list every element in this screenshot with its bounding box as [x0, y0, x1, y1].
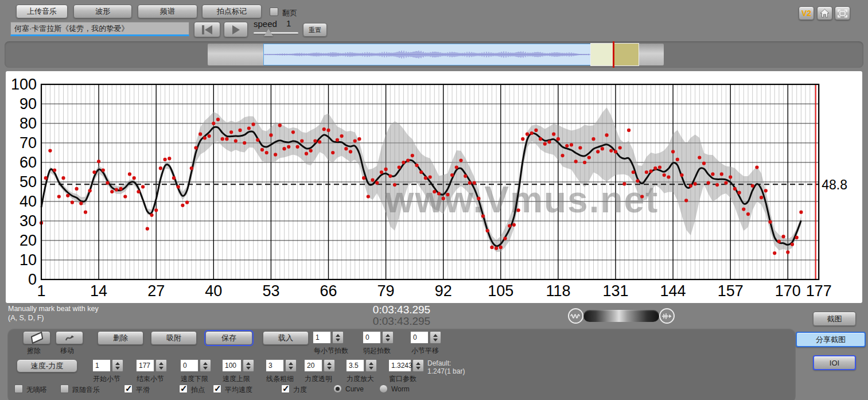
stepper-up-icon[interactable] [289, 362, 293, 365]
tempo-min-stepper[interactable] [200, 359, 211, 372]
line-width-stepper[interactable] [285, 359, 297, 372]
save-button[interactable]: 保存 [205, 331, 252, 345]
beats-per-bar-label: 每小节拍数 [314, 346, 348, 356]
beat-mark-button[interactable]: 拍点标记 [202, 5, 262, 18]
tempo-max-stepper[interactable] [243, 359, 254, 372]
tempo-max-value[interactable]: 100 [222, 359, 242, 372]
speed-slider-thumb[interactable] [264, 29, 273, 36]
worm-radio[interactable] [379, 385, 388, 393]
start-bar-stepper[interactable] [112, 359, 123, 372]
upload-music-button[interactable]: 上传音乐 [16, 5, 68, 18]
load-button[interactable]: 载入 [263, 331, 309, 345]
stepper-up-icon[interactable] [369, 362, 373, 365]
beats-per-bar-value[interactable]: 1 [313, 331, 331, 344]
beat-dot [234, 139, 238, 143]
ioi-button[interactable]: IOI [813, 355, 856, 370]
beat-dot [406, 159, 410, 162]
beat-dot [526, 133, 529, 136]
stepper-down-icon[interactable] [203, 367, 208, 370]
beat-dot [119, 187, 123, 191]
beat-dot [225, 137, 228, 141]
track-title-input[interactable] [10, 22, 189, 36]
curve-radio-label: Curve [345, 385, 364, 393]
stepper-down-icon[interactable] [327, 367, 332, 370]
share-screenshot-button[interactable]: 分享截图 [796, 332, 866, 347]
beat-dot [517, 208, 520, 212]
beat-dot [707, 181, 710, 185]
stepper-up-icon[interactable] [433, 334, 438, 337]
stepper-up-icon[interactable] [246, 362, 251, 365]
beat-dot [154, 208, 158, 212]
stepper-down-icon[interactable] [289, 367, 293, 370]
worm-speed-slider[interactable] [583, 310, 659, 322]
smooth-checkbox[interactable] [124, 385, 133, 393]
dynamics-checkbox[interactable] [281, 385, 290, 393]
page-turn-checkbox[interactable] [270, 7, 278, 16]
stepper-up-icon[interactable] [203, 362, 208, 365]
stepper-down-icon[interactable] [416, 367, 421, 370]
stepper-down-icon[interactable] [159, 367, 164, 370]
page-turn-label: 翻页 [282, 8, 297, 18]
window-param-value[interactable]: 1.3243 [388, 359, 411, 372]
spectrum-button[interactable]: 频谱 [138, 5, 197, 18]
average-tempo-checkbox[interactable] [213, 385, 221, 393]
beats-per-bar-stepper[interactable] [332, 331, 344, 344]
timeline-selection[interactable] [263, 44, 591, 65]
tempo-dynamics-mode-button[interactable]: 速度-力度 [17, 359, 77, 372]
version-badge[interactable]: V2 [799, 6, 814, 20]
line-width-value[interactable]: 3 [266, 359, 284, 372]
stepper-down-icon[interactable] [369, 367, 373, 370]
beat-dots-checkbox[interactable] [179, 385, 188, 393]
follow-music-checkbox[interactable] [60, 385, 69, 393]
end-bar-stepper[interactable] [155, 359, 167, 372]
dynamics-opacity-label: 力度透明 [305, 374, 332, 384]
stepper-down-icon[interactable] [115, 367, 120, 370]
stepper-up-icon[interactable] [336, 334, 340, 337]
stepper-up-icon[interactable] [159, 362, 164, 365]
end-bar-value[interactable]: 177 [136, 359, 154, 372]
tempo-dynamics-chart[interactable]: www.Vmus.net0102030405060708090100114274… [6, 71, 862, 303]
no-click-checkbox[interactable] [14, 385, 23, 393]
dynamics-scale-stepper[interactable] [365, 359, 377, 372]
reset-button[interactable]: 重置 [303, 23, 327, 37]
bar-offset-stepper[interactable] [430, 331, 441, 344]
dynamics-scale-value[interactable]: 3.5 [346, 359, 364, 372]
home-button[interactable] [817, 6, 832, 20]
stepper-down-icon[interactable] [246, 367, 251, 370]
beat-dot [539, 137, 542, 141]
stepper-up-icon[interactable] [386, 334, 390, 337]
stepper-up-icon[interactable] [327, 362, 332, 365]
beat-dot [561, 154, 565, 157]
beat-dot [751, 184, 754, 188]
timeline-playhead[interactable] [613, 41, 614, 68]
delete-button[interactable]: 删除 [98, 331, 143, 345]
bar-offset-value[interactable]: 0 [410, 331, 429, 344]
speed-slider-track[interactable] [254, 32, 298, 34]
pickup-beats-stepper[interactable] [382, 331, 394, 344]
stepper-down-icon[interactable] [336, 339, 340, 341]
beat-dot [216, 118, 220, 121]
window-param-stepper[interactable] [412, 359, 424, 372]
stepper-down-icon[interactable] [386, 339, 390, 341]
stepper-up-icon[interactable] [115, 362, 120, 365]
start-bar-value[interactable]: 1 [92, 359, 111, 372]
snap-button[interactable]: 吸附 [151, 331, 197, 345]
stepper-up-icon[interactable] [416, 362, 421, 365]
skip-to-start-button[interactable] [194, 22, 220, 37]
dynamics-wave-button[interactable] [568, 308, 583, 324]
tempo-min-value[interactable]: 0 [180, 359, 198, 372]
move-tool-button[interactable] [56, 331, 83, 344]
waveform-button[interactable]: 波形 [73, 5, 132, 18]
beat-dot [795, 236, 799, 239]
dynamics-opacity-value[interactable]: 20 [304, 359, 322, 372]
erase-tool-button[interactable] [23, 331, 50, 344]
fullscreen-button[interactable] [835, 6, 850, 20]
pickup-beats-value[interactable]: 0 [363, 331, 381, 344]
beat-dot [512, 223, 516, 227]
dynamics-opacity-stepper[interactable] [324, 359, 335, 372]
curve-radio[interactable] [333, 385, 342, 393]
stepper-down-icon[interactable] [433, 339, 438, 341]
screenshot-button[interactable]: 截图 [813, 312, 856, 326]
play-button[interactable] [224, 22, 248, 37]
waveform-arrow-button[interactable] [659, 308, 675, 324]
